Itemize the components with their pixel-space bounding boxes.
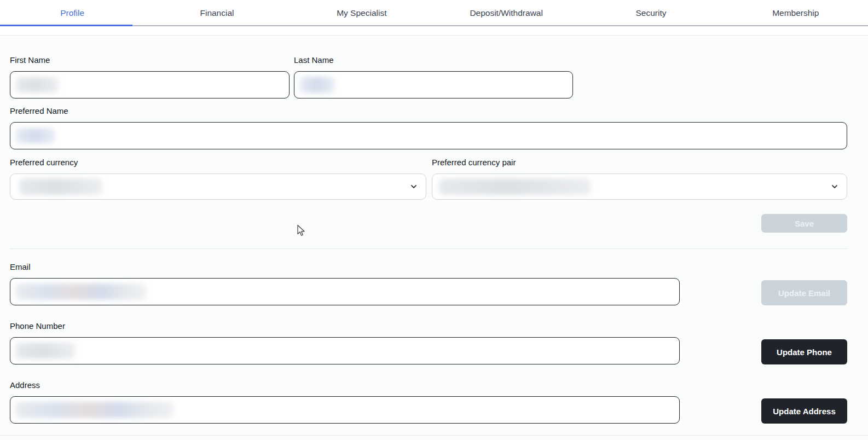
redacted-phone-value: [16, 343, 75, 359]
phone-number-label: Phone Number: [10, 321, 680, 331]
redacted-preferred-name-value: [16, 128, 55, 143]
preferred-name-label: Preferred Name: [10, 106, 847, 116]
preferred-currency-select[interactable]: [10, 173, 426, 200]
phone-row: Phone Number Update Phone: [10, 321, 847, 364]
last-name-input[interactable]: [294, 71, 573, 99]
tab-my-specialist[interactable]: My Specialist: [290, 0, 434, 26]
preferred-currency-label: Preferred currency: [10, 158, 426, 167]
tab-security[interactable]: Security: [578, 0, 723, 26]
chevron-down-icon: [831, 183, 838, 190]
redacted-preferred-currency-value: [19, 178, 102, 195]
redacted-address-value: [16, 402, 173, 418]
address-input[interactable]: [10, 396, 680, 424]
tabbar-spacer: [0, 26, 868, 36]
save-button[interactable]: Save: [761, 214, 847, 233]
tab-financial[interactable]: Financial: [144, 0, 289, 26]
update-address-button[interactable]: Update Address: [761, 398, 847, 424]
currency-row: Preferred currency Preferred currency pa…: [10, 158, 847, 200]
tab-membership[interactable]: Membership: [724, 0, 868, 26]
section-divider: [10, 248, 847, 249]
first-name-input[interactable]: [10, 71, 290, 99]
address-label: Address: [10, 380, 680, 390]
last-name-label: Last Name: [294, 55, 573, 65]
preferred-name-block: Preferred Name: [10, 106, 847, 149]
redacted-first-name-value: [16, 77, 59, 92]
profile-panel: First Name Last Name Preferred Name Pref…: [0, 36, 868, 424]
email-label: Email: [10, 262, 680, 272]
settings-tab-bar: Profile Financial My Specialist Deposit/…: [0, 0, 868, 26]
tab-profile[interactable]: Profile: [0, 0, 144, 26]
first-name-label: First Name: [10, 55, 290, 65]
redacted-email-value: [16, 283, 146, 300]
email-row: Email Update Email: [10, 262, 847, 305]
save-row: Save: [10, 214, 847, 233]
phone-number-input[interactable]: [10, 337, 680, 364]
email-input[interactable]: [10, 278, 680, 305]
preferred-currency-pair-select[interactable]: [432, 173, 847, 200]
chevron-down-icon: [410, 183, 418, 190]
update-phone-button[interactable]: Update Phone: [761, 339, 847, 364]
redacted-last-name-value: [300, 77, 335, 93]
name-row: First Name Last Name: [10, 55, 847, 99]
bottom-hairline: [0, 435, 868, 436]
redacted-preferred-currency-pair-value: [439, 178, 591, 195]
address-row: Address Update Address: [10, 380, 847, 424]
preferred-currency-pair-label: Preferred currency pair: [432, 158, 847, 167]
update-email-button[interactable]: Update Email: [761, 280, 847, 305]
preferred-name-input[interactable]: [10, 122, 847, 149]
tab-deposit-withdrawal[interactable]: Deposit/Withdrawal: [434, 0, 578, 26]
